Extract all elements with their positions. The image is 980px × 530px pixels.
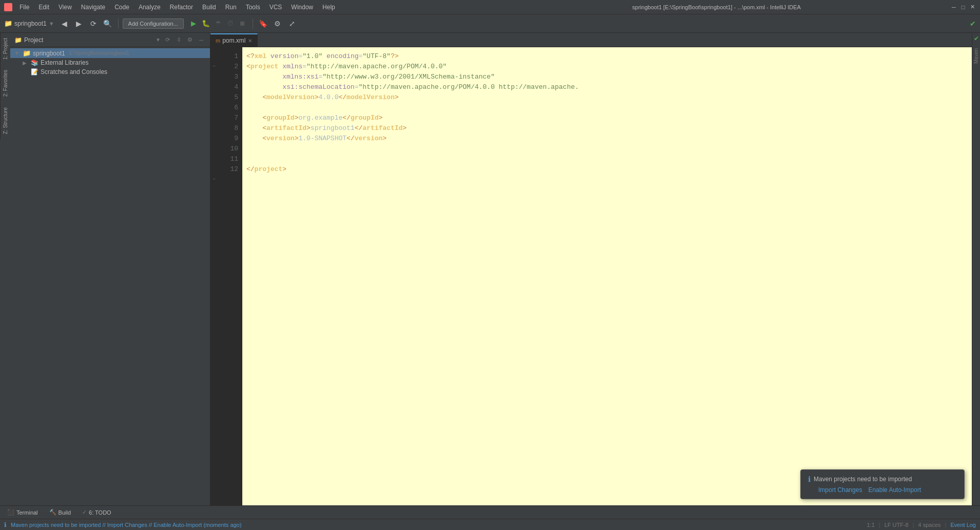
- search-everywhere-button[interactable]: 🔍: [102, 17, 114, 30]
- pom-file-icon: m: [216, 37, 220, 44]
- menu-edit[interactable]: Edit: [34, 3, 53, 12]
- settings-panel-button[interactable]: ⚙: [185, 35, 195, 45]
- menu-refactor[interactable]: Refactor: [166, 3, 197, 12]
- notification-actions: Import Changes Enable Auto-Import: [818, 486, 957, 494]
- menu-bar: File Edit View Navigate Code Analyze Ref…: [15, 3, 483, 12]
- fold-marker-empty6: [210, 123, 218, 134]
- code-line-1: <?xml version="1.0" encoding="UTF-8"?>: [246, 51, 968, 62]
- build-icon: 🔨: [49, 509, 56, 516]
- maximize-button[interactable]: □: [959, 4, 967, 11]
- left-panel-buttons: 1: Project 2: Favorites Z: Structure: [0, 33, 10, 505]
- bookmark-button[interactable]: 🔖: [257, 17, 270, 30]
- menu-file[interactable]: File: [15, 3, 33, 12]
- project-panel-header: 📁 Project ▼ ⟳ ⇳ ⚙ ─: [10, 33, 210, 47]
- code-content[interactable]: <?xml version="1.0" encoding="UTF-8"?> <…: [242, 47, 972, 505]
- code-line-6: [246, 103, 968, 113]
- window-controls: ─ □ ✕: [950, 4, 976, 11]
- code-editor[interactable]: − − 1 2 3 4 5 6 7: [210, 47, 972, 505]
- right-sidebar: ✔ Maven: [972, 33, 980, 505]
- code-line-8: <artifactId>springboot1</artifactId>: [246, 123, 968, 134]
- toolbar: 📁 springboot1 ▼ ◀ ▶ ⟳ 🔍 Add Configuratio…: [0, 14, 980, 33]
- project-panel: 📁 Project ▼ ⟳ ⇳ ⚙ ─ ▼ 📁 springboot1 E:\S…: [10, 33, 210, 505]
- app-icon: [4, 3, 12, 11]
- tree-item-springboot1[interactable]: ▼ 📁 springboot1 E:\SpringBoot\springboot…: [10, 48, 210, 58]
- fold-marker-empty7: [210, 134, 218, 144]
- minimize-panel-button[interactable]: ─: [197, 35, 206, 45]
- menu-view[interactable]: View: [54, 3, 76, 12]
- code-line-3: xmlns:xsi="http://www.w3.org/2001/XMLSch…: [246, 72, 968, 82]
- code-line-11: [246, 154, 968, 164]
- status-message[interactable]: Maven projects need to be imported // Im…: [11, 522, 241, 528]
- expand-button[interactable]: ⤢: [286, 17, 298, 30]
- notification-title: ℹ Maven projects need to be imported: [808, 475, 957, 483]
- tab-build[interactable]: 🔨 Build: [44, 507, 76, 517]
- import-changes-button[interactable]: Import Changes: [818, 486, 862, 494]
- navigate-back-button[interactable]: ◀: [59, 17, 71, 30]
- code-line-9: <version>1.0-SNAPSHOT</version>: [246, 134, 968, 144]
- stop-button[interactable]: ⏹: [237, 18, 248, 29]
- fold-marker-empty2: [210, 82, 218, 92]
- import-notification: ℹ Maven projects need to be imported Imp…: [800, 469, 965, 499]
- collapse-panel-button[interactable]: ⇳: [174, 35, 183, 45]
- editor-area: m pom.xml ✕ − − 1: [210, 33, 972, 505]
- fold-marker-12[interactable]: −: [210, 175, 218, 185]
- tree-item-scratches[interactable]: 📝 Scratches and Consoles: [10, 67, 210, 77]
- tab-todo[interactable]: ✓ 6: TODO: [77, 507, 117, 517]
- tab-terminal[interactable]: ⬛ Terminal: [2, 507, 43, 517]
- sync-panel-button[interactable]: ⟳: [163, 35, 172, 45]
- navigate-forward-button[interactable]: ▶: [73, 17, 85, 30]
- code-line-12: </project>: [246, 164, 968, 175]
- scratches-icon: 📝: [31, 68, 39, 75]
- status-bar: ℹ Maven projects need to be imported // …: [0, 519, 980, 530]
- tab-pom-xml[interactable]: m pom.xml ✕: [210, 33, 258, 47]
- code-line-7: <groupId>org.example</groupId>: [246, 113, 968, 123]
- todo-icon: ✓: [82, 509, 87, 516]
- tab-close-button[interactable]: ✕: [248, 38, 252, 44]
- code-line-2: <project xmlns="http://maven.apache.org/…: [246, 62, 968, 72]
- status-position: 1:1: [867, 522, 874, 528]
- sync-button[interactable]: ⟳: [87, 17, 100, 30]
- profile-button[interactable]: ⏱: [225, 18, 236, 29]
- minimize-button[interactable]: ─: [950, 4, 957, 11]
- enable-auto-import-button[interactable]: Enable Auto-Import: [868, 486, 921, 494]
- debug-button[interactable]: 🐛: [200, 18, 212, 29]
- libraries-icon: 📚: [31, 59, 39, 66]
- event-log-button[interactable]: Event Log: [950, 522, 976, 528]
- menu-help[interactable]: Help: [318, 3, 339, 12]
- close-button[interactable]: ✕: [969, 4, 976, 11]
- fold-marker-2[interactable]: −: [210, 62, 218, 72]
- menu-window[interactable]: Window: [287, 3, 317, 12]
- maven-panel-button[interactable]: Maven: [972, 44, 980, 68]
- code-line-4: xsi:schemaLocation="http://maven.apache.…: [246, 82, 968, 92]
- sidebar-item-favorites[interactable]: 2: Favorites: [0, 65, 10, 102]
- coverage-button[interactable]: ☂: [213, 18, 224, 29]
- menu-tools[interactable]: Tools: [242, 3, 264, 12]
- sidebar-item-structure[interactable]: Z: Structure: [0, 102, 10, 139]
- fold-marker-empty5: [210, 113, 218, 123]
- fold-marker-empty9: [210, 154, 218, 164]
- menu-analyze[interactable]: Analyze: [134, 3, 165, 12]
- menu-run[interactable]: Run: [221, 3, 241, 12]
- fold-column: − −: [210, 47, 218, 505]
- editor-tabs: m pom.xml ✕: [210, 33, 972, 47]
- menu-vcs[interactable]: VCS: [265, 3, 286, 12]
- bottom-tabs: ⬛ Terminal 🔨 Build ✓ 6: TODO: [0, 505, 980, 519]
- sidebar-item-project[interactable]: 1: Project: [0, 33, 10, 65]
- project-panel-title: Project: [24, 36, 153, 44]
- menu-build[interactable]: Build: [198, 3, 220, 12]
- menu-code[interactable]: Code: [110, 3, 133, 12]
- status-encoding: LF UTF-8: [885, 522, 909, 528]
- right-checkmark-icon: ✔: [972, 33, 981, 44]
- tree-item-external-libraries[interactable]: ▶ 📚 External Libraries: [10, 58, 210, 67]
- folder-icon: 📁: [14, 36, 22, 44]
- status-info-icon: ℹ: [4, 521, 7, 528]
- add-configuration-button[interactable]: Add Configuration...: [123, 18, 184, 29]
- notification-info-icon: ℹ: [808, 475, 811, 483]
- code-line-10: [246, 144, 968, 154]
- layout-button[interactable]: ⚙: [272, 17, 284, 30]
- run-button[interactable]: ▶: [188, 18, 199, 29]
- line-numbers: 1 2 3 4 5 6 7 8 9 10 11 12: [218, 47, 242, 505]
- menu-navigate[interactable]: Navigate: [77, 3, 109, 12]
- fold-marker-empty8: [210, 144, 218, 154]
- springboot1-folder-icon: 📁: [23, 49, 31, 57]
